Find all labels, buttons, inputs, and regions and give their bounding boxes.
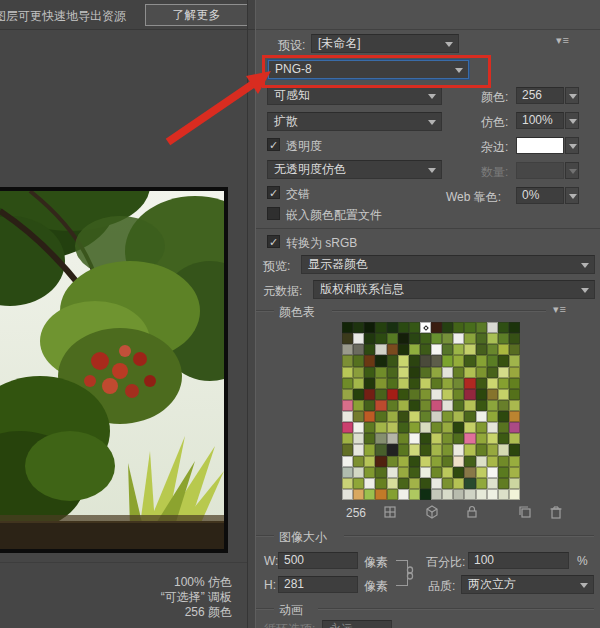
- color-swatch[interactable]: [398, 411, 409, 422]
- color-swatch[interactable]: [342, 411, 353, 422]
- color-swatch[interactable]: [364, 322, 375, 333]
- color-swatch[interactable]: [476, 322, 487, 333]
- color-swatch[interactable]: [342, 367, 353, 378]
- color-swatch[interactable]: [487, 378, 498, 389]
- color-swatch[interactable]: [431, 333, 442, 344]
- color-swatch[interactable]: [387, 333, 398, 344]
- color-swatch[interactable]: [364, 411, 375, 422]
- color-swatch[interactable]: [387, 322, 398, 333]
- constrain-proportions-icon[interactable]: [404, 566, 416, 584]
- color-swatch[interactable]: [353, 389, 364, 400]
- color-swatch[interactable]: [364, 433, 375, 444]
- color-swatch[interactable]: [387, 433, 398, 444]
- color-swatch[interactable]: [409, 355, 420, 366]
- color-swatch[interactable]: [409, 344, 420, 355]
- color-swatch[interactable]: [431, 389, 442, 400]
- color-swatch[interactable]: [342, 433, 353, 444]
- color-swatch[interactable]: [487, 422, 498, 433]
- color-swatch[interactable]: [509, 444, 520, 455]
- color-swatch[interactable]: [509, 422, 520, 433]
- color-swatch[interactable]: [442, 367, 453, 378]
- color-swatch[interactable]: [509, 322, 520, 333]
- color-swatch[interactable]: [464, 467, 475, 478]
- color-swatch[interactable]: [398, 478, 409, 489]
- color-swatch[interactable]: [464, 433, 475, 444]
- color-swatch[interactable]: [353, 322, 364, 333]
- color-swatch[interactable]: [464, 456, 475, 467]
- color-swatch[interactable]: [375, 389, 386, 400]
- color-swatch[interactable]: [476, 411, 487, 422]
- color-swatch[interactable]: [487, 355, 498, 366]
- color-swatch[interactable]: [487, 456, 498, 467]
- color-swatch[interactable]: [464, 478, 475, 489]
- color-swatch[interactable]: [364, 489, 375, 500]
- color-swatch[interactable]: [364, 333, 375, 344]
- color-swatch[interactable]: [431, 422, 442, 433]
- color-swatch[interactable]: [476, 355, 487, 366]
- color-swatch[interactable]: [364, 456, 375, 467]
- color-swatch[interactable]: [498, 456, 509, 467]
- color-swatch[interactable]: [442, 389, 453, 400]
- colors-field[interactable]: 256: [516, 87, 564, 104]
- color-swatch[interactable]: [398, 433, 409, 444]
- color-swatch[interactable]: [409, 433, 420, 444]
- color-swatch[interactable]: [509, 456, 520, 467]
- color-swatch[interactable]: [431, 478, 442, 489]
- new-color-icon[interactable]: [517, 504, 533, 520]
- color-swatch[interactable]: [375, 400, 386, 411]
- color-swatch[interactable]: [487, 489, 498, 500]
- color-swatch[interactable]: [431, 467, 442, 478]
- color-swatch[interactable]: [464, 344, 475, 355]
- color-swatch[interactable]: [431, 378, 442, 389]
- color-swatch[interactable]: [409, 489, 420, 500]
- color-swatch[interactable]: [476, 444, 487, 455]
- color-swatch[interactable]: [442, 378, 453, 389]
- lock-color-icon[interactable]: [464, 504, 480, 520]
- color-swatch[interactable]: [420, 411, 431, 422]
- interlaced-checkbox[interactable]: ✓: [267, 186, 280, 199]
- color-swatch[interactable]: [364, 344, 375, 355]
- color-swatch[interactable]: [409, 456, 420, 467]
- color-swatch[interactable]: [375, 378, 386, 389]
- color-swatch[interactable]: [509, 355, 520, 366]
- color-swatch[interactable]: [453, 333, 464, 344]
- color-swatch[interactable]: [498, 411, 509, 422]
- metadata-dropdown[interactable]: 版权和联系信息: [313, 280, 595, 299]
- color-swatch[interactable]: [420, 378, 431, 389]
- color-swatch[interactable]: [509, 433, 520, 444]
- color-swatch[interactable]: [387, 355, 398, 366]
- percent-field[interactable]: 100: [468, 552, 569, 569]
- color-swatch[interactable]: [409, 411, 420, 422]
- color-swatch[interactable]: [387, 422, 398, 433]
- color-swatch[interactable]: [387, 444, 398, 455]
- color-swatch[interactable]: [353, 378, 364, 389]
- color-swatch[interactable]: [375, 344, 386, 355]
- color-swatch[interactable]: [398, 344, 409, 355]
- matte-chevron-button[interactable]: [565, 137, 579, 154]
- color-swatch[interactable]: [442, 456, 453, 467]
- color-swatch[interactable]: [453, 444, 464, 455]
- color-swatch[interactable]: [342, 378, 353, 389]
- color-swatch[interactable]: [464, 489, 475, 500]
- panel-menu-icon[interactable]: ▾≡: [556, 34, 570, 47]
- color-swatch[interactable]: [375, 422, 386, 433]
- color-swatch[interactable]: [509, 378, 520, 389]
- dither-method-dropdown[interactable]: 扩散: [267, 112, 442, 131]
- color-swatch[interactable]: [498, 433, 509, 444]
- color-swatch[interactable]: [375, 433, 386, 444]
- color-swatch[interactable]: [353, 433, 364, 444]
- color-swatch[interactable]: [431, 444, 442, 455]
- color-swatch[interactable]: [409, 333, 420, 344]
- color-swatch[interactable]: [375, 322, 386, 333]
- color-swatch[interactable]: [464, 333, 475, 344]
- color-swatch[interactable]: [476, 400, 487, 411]
- quality-dropdown[interactable]: 两次立方: [461, 575, 594, 594]
- color-swatch[interactable]: [342, 456, 353, 467]
- color-swatch[interactable]: [487, 478, 498, 489]
- color-swatch[interactable]: [442, 411, 453, 422]
- color-swatch[interactable]: [398, 444, 409, 455]
- color-swatch[interactable]: [487, 400, 498, 411]
- color-swatch[interactable]: [409, 478, 420, 489]
- color-swatch[interactable]: [420, 333, 431, 344]
- color-swatch[interactable]: [364, 378, 375, 389]
